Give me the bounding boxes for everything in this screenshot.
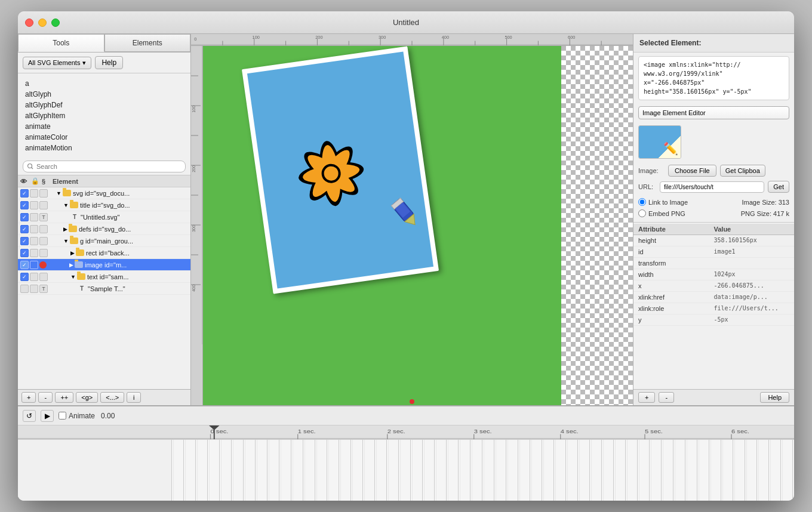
url-label: URL: <box>638 183 656 190</box>
list-item[interactable]: animateMotion <box>25 143 183 153</box>
url-row: URL: Get <box>633 179 794 195</box>
tree-checkbox[interactable]: ✓ <box>20 249 29 257</box>
titlebar: Untitled <box>18 11 794 34</box>
attr-row-xlink-href[interactable]: xlink:href data:image/p... <box>633 292 794 303</box>
tree-checkbox[interactable]: ✓ <box>20 273 29 281</box>
tree-row[interactable]: T T "Sample T..." <box>18 283 190 295</box>
all-svg-elements-dropdown[interactable]: All SVG Elements ▾ <box>23 57 91 69</box>
tree-section <box>39 249 48 257</box>
tree-row[interactable]: ✓ ▼ g id="main_grou... <box>18 235 190 247</box>
svg-canvas[interactable] <box>203 46 633 405</box>
timeline-time: 0.00 <box>101 412 115 420</box>
tab-tools[interactable]: Tools <box>18 34 104 52</box>
tab-elements[interactable]: Elements <box>104 34 191 52</box>
svg-text:400: 400 <box>192 285 196 292</box>
tree-row[interactable]: ✓ T T "Untitled.svg" <box>18 211 190 223</box>
svg-text:100: 100 <box>253 35 260 39</box>
tree-item-label: title id="svg_do... <box>80 202 130 209</box>
horizontal-ruler: 0 100 200 300 400 500 <box>191 34 633 46</box>
timeline-play-button[interactable]: ▶ <box>41 410 54 422</box>
tree-section <box>39 225 48 233</box>
tree-row[interactable]: ✓ ▼ svg id="svg_docu... <box>18 187 190 199</box>
link-radio-input[interactable] <box>638 198 646 206</box>
tree-item-label: "Untitled.svg" <box>81 214 119 221</box>
tree-red-circle <box>39 261 47 269</box>
animate-checkbox[interactable] <box>59 412 66 420</box>
tree-checkbox[interactable]: ✓ <box>20 261 29 269</box>
tree-checkbox[interactable]: ✓ <box>20 225 29 233</box>
remove-attribute-button[interactable]: - <box>659 392 674 403</box>
editor-type-dropdown[interactable]: Image Element Editor <box>638 106 789 119</box>
list-item[interactable]: altGlyphItem <box>25 110 183 121</box>
tree-row[interactable]: ✓ ▼ text id="sam... <box>18 271 190 283</box>
tree-section <box>39 201 48 209</box>
canvas-with-ruler: 100 200 300 400 <box>191 46 633 405</box>
tree-checkbox[interactable]: ✓ <box>20 201 29 209</box>
svg-text:100: 100 <box>192 106 196 113</box>
right-help-button[interactable]: Help <box>760 392 789 403</box>
attr-row-width[interactable]: width 1024px <box>633 269 794 280</box>
right-panel: Selected Element: <image xmlns:xlink="ht… <box>633 34 794 405</box>
list-item[interactable]: animate <box>25 121 183 132</box>
tree-item-label: svg id="svg_docu... <box>73 190 130 197</box>
list-item[interactable]: altGlyph <box>25 89 183 100</box>
embed-radio-input[interactable] <box>638 209 646 217</box>
tree-row[interactable]: ✓ ▶ rect id="back... <box>18 247 190 259</box>
attr-row-y[interactable]: y -5px <box>633 314 794 326</box>
timeline-rewind-button[interactable]: ↺ <box>23 410 36 422</box>
duplicate-element-button[interactable]: ++ <box>55 392 73 403</box>
tree-row-selected[interactable]: ✓ ▶ image id="m... <box>18 259 190 271</box>
attr-row-height[interactable]: height 358.160156px <box>633 235 794 246</box>
tree-text-icon: T <box>78 285 86 293</box>
tree-item-label: defs id="svg_do... <box>79 226 131 233</box>
url-input[interactable] <box>660 181 764 193</box>
info-button[interactable]: i <box>127 392 141 403</box>
right-bottom-toolbar: + - Help <box>633 389 794 405</box>
timeline-track-area[interactable] <box>172 440 794 501</box>
close-button[interactable] <box>25 18 33 27</box>
search-input[interactable] <box>23 161 186 172</box>
timeline-left-panel <box>18 440 172 501</box>
tree-folder-icon <box>75 261 83 268</box>
link-to-image-radio[interactable]: Link to Image <box>638 198 688 206</box>
tree-circle <box>30 285 38 293</box>
tree-folder-icon <box>70 238 78 244</box>
vertical-ruler: 100 200 300 400 <box>191 46 203 405</box>
attr-row-transform[interactable]: transform <box>633 258 794 269</box>
embed-png-radio[interactable]: Embed PNG <box>638 209 685 217</box>
svg-text:200: 200 <box>315 35 322 39</box>
window-title: Untitled <box>393 18 419 27</box>
help-button[interactable]: Help <box>95 56 123 69</box>
get-clipboard-button[interactable]: Get Clipboa <box>720 165 765 177</box>
group-element-button[interactable]: <g> <box>76 392 98 403</box>
image-size-label: Image Size: 313 <box>742 199 790 206</box>
svg-rect-50 <box>18 425 794 439</box>
remove-element-button[interactable]: - <box>38 392 53 403</box>
list-item[interactable]: a <box>25 78 183 89</box>
tree-bottom-toolbar: + - ++ <g> <...> i <box>18 389 190 405</box>
choose-file-button[interactable]: Choose File <box>668 165 716 177</box>
tree-folder-icon <box>77 273 85 280</box>
attr-row-x[interactable]: x -266.046875... <box>633 280 794 292</box>
element-list: a altGlyph altGlyphDef altGlyphItem anim… <box>18 73 190 158</box>
tree-checkbox[interactable]: ✓ <box>20 213 29 221</box>
minimize-button[interactable] <box>38 18 47 27</box>
add-attribute-button[interactable]: + <box>638 392 655 403</box>
attr-row-xlink-role[interactable]: xlink:role file:///Users/t... <box>633 303 794 314</box>
svg-text:300: 300 <box>379 35 386 39</box>
tree-header: 👁 🔒 § Element <box>18 175 190 187</box>
get-url-button[interactable]: Get <box>768 181 789 193</box>
tree-checkbox[interactable]: ✓ <box>20 189 29 198</box>
tree-checkbox[interactable] <box>20 285 29 293</box>
tree-checkbox[interactable]: ✓ <box>20 237 29 245</box>
attr-row-id[interactable]: id image1 <box>633 246 794 258</box>
maximize-button[interactable] <box>51 18 60 27</box>
attributes-table: height 358.160156px id image1 transform … <box>633 235 794 389</box>
list-item[interactable]: animateColor <box>25 132 183 143</box>
tree-row[interactable]: ✓ ▼ title id="svg_do... <box>18 199 190 211</box>
wrap-element-button[interactable]: <...> <box>100 392 124 403</box>
add-element-button[interactable]: + <box>21 392 36 403</box>
tree-circle <box>30 201 38 209</box>
list-item[interactable]: altGlyphDef <box>25 100 183 110</box>
tree-row[interactable]: ✓ ▶ defs id="svg_do... <box>18 223 190 235</box>
